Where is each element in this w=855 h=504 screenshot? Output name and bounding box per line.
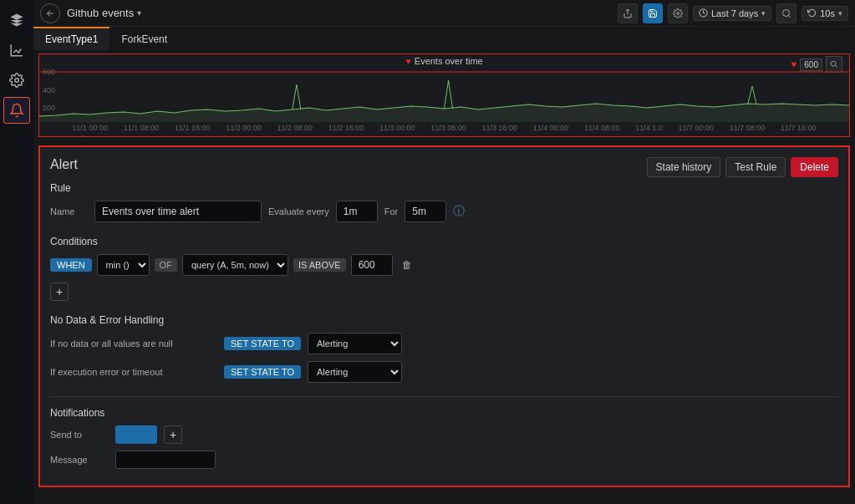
topbar-actions: Last 7 days ▾ 10s ▾ (618, 3, 848, 23)
conditions-section: Conditions WHEN min () OF query (A, 5m, … (50, 236, 838, 301)
search-button[interactable] (776, 3, 796, 23)
topbar: Github events ▾ (33, 0, 855, 27)
condition-function-select[interactable]: min () (97, 254, 150, 276)
condition-row: WHEN min () OF query (A, 5m, now) IS ABO… (50, 254, 838, 276)
message-label: Message (50, 455, 109, 465)
notifications-section: Notifications Send to + Message (50, 396, 838, 469)
share-button[interactable] (618, 3, 638, 23)
chart-panel: ♥ Events over time ♥ 600 600 400 200 (38, 53, 850, 137)
notifications-section-title: Notifications (50, 407, 838, 419)
svg-point-4 (783, 9, 790, 16)
tab-eventtype1[interactable]: EventType1 (33, 27, 109, 50)
time-range-picker[interactable]: Last 7 days ▾ (693, 6, 771, 21)
error-state-select[interactable]: Alerting No Data Keep Last State OK (308, 361, 402, 383)
sidebar (0, 0, 33, 504)
message-input[interactable] (115, 451, 216, 469)
alert-panel-actions: State history Test Rule Delete (647, 157, 838, 177)
refresh-caret: ▾ (838, 9, 842, 18)
evaluate-every-input[interactable] (336, 201, 378, 222)
back-button[interactable] (40, 3, 60, 23)
rule-section-title: Rule (50, 182, 838, 194)
alert-panel: Alert State history Test Rule Delete Rul… (38, 145, 850, 487)
is-above-badge: IS ABOVE (293, 258, 346, 272)
condition-threshold-input[interactable] (351, 254, 393, 276)
null-data-label: If no data or all values are null (50, 339, 217, 349)
set-state-badge-error: SET STATE TO (224, 365, 301, 379)
refresh-picker[interactable]: 10s ▾ (802, 6, 848, 21)
refresh-label: 10s (820, 8, 835, 18)
chart-header: ♥ Events over time ♥ 600 (39, 54, 849, 68)
when-badge: WHEN (50, 258, 92, 272)
dashboard-title: Github events ▾ (67, 7, 141, 19)
evaluate-label: Evaluate every (268, 206, 329, 216)
condition-delete-button[interactable]: 🗑 (398, 256, 416, 274)
dashboard-settings-button[interactable] (668, 3, 688, 23)
title-text: Github events (67, 7, 134, 19)
chart-title: Events over time (415, 56, 483, 66)
rule-name-row: Name Evaluate every For ⓘ (50, 201, 838, 222)
for-label: For (384, 206, 399, 216)
rule-section: Rule Name Evaluate every For ⓘ (50, 182, 838, 222)
info-icon[interactable]: ⓘ (453, 204, 465, 219)
svg-point-2 (676, 12, 679, 14)
conditions-section-title: Conditions (50, 236, 838, 247)
null-data-row: If no data or all values are null SET ST… (50, 333, 838, 354)
for-input[interactable] (405, 201, 446, 222)
tab-forkevent[interactable]: ForkEvent (109, 27, 179, 50)
error-label: If execution error or timeout (50, 367, 217, 377)
set-state-badge-null: SET STATE TO (224, 337, 301, 350)
time-range-label: Last 7 days (711, 8, 758, 18)
legend-label: count_ (66, 134, 89, 137)
rule-name-input[interactable] (94, 201, 262, 222)
send-to-label: Send to (50, 430, 109, 440)
save-button[interactable] (643, 3, 663, 23)
title-caret[interactable]: ▾ (137, 8, 141, 18)
send-to-row: Send to + (50, 425, 838, 444)
of-badge: OF (155, 258, 177, 272)
panel-tabs: EventType1 ForkEvent (33, 27, 855, 50)
chart-heart-icon: ♥ (405, 56, 411, 66)
message-row: Message (50, 451, 838, 469)
chart-legend: count_ (39, 134, 849, 137)
null-state-select[interactable]: Alerting No Data Keep Last State OK (308, 333, 402, 354)
condition-add-button[interactable]: + (50, 283, 69, 301)
alert-panel-wrapper[interactable]: Alert State history Test Rule Delete Rul… (33, 140, 855, 504)
chart-x-axis: 11/1 00:00 11/1 08:00 11/1 16:00 11/2 00… (39, 122, 849, 134)
time-range-caret: ▾ (761, 9, 766, 18)
condition-query-select[interactable]: query (A, 5m, now) (182, 254, 288, 276)
svg-point-0 (15, 79, 19, 83)
add-notification-button[interactable]: + (164, 425, 182, 444)
chart-y-axis: 600 400 200 (43, 68, 55, 122)
rule-name-label: Name (50, 206, 88, 216)
no-data-section: No Data & Error Handling If no data or a… (50, 314, 838, 383)
sidebar-icon-chart[interactable] (3, 37, 30, 64)
svg-line-5 (789, 15, 791, 17)
state-history-button[interactable]: State history (647, 157, 721, 177)
sidebar-icon-layers[interactable] (3, 7, 30, 33)
main-content: Github events ▾ (33, 0, 855, 504)
no-data-section-title: No Data & Error Handling (50, 314, 838, 326)
error-row: If execution error or timeout SET STATE … (50, 361, 838, 383)
sidebar-icon-bell[interactable] (3, 97, 30, 124)
chart-svg (39, 68, 849, 122)
chart-graph: 600 400 200 (39, 68, 849, 122)
test-rule-button[interactable]: Test Rule (725, 157, 786, 177)
delete-button[interactable]: Delete (791, 157, 838, 177)
notification-channel-tag[interactable] (115, 425, 157, 444)
sidebar-icon-settings[interactable] (3, 67, 30, 94)
